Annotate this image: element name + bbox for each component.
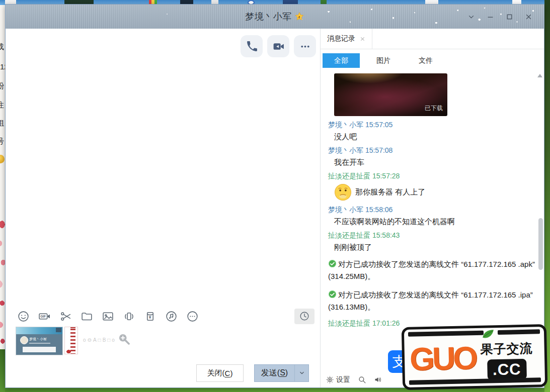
success-check-icon bbox=[328, 259, 337, 268]
sender-name: 梦境丶小军 bbox=[328, 206, 363, 214]
chevron-down-icon bbox=[298, 369, 305, 376]
gif-icon[interactable]: GIF bbox=[38, 310, 51, 323]
ellipsis-icon bbox=[299, 40, 311, 53]
svg-text:GIF: GIF bbox=[40, 315, 46, 318]
video-call-button[interactable] bbox=[267, 35, 289, 57]
window-title: 梦境丶小军 z bbox=[245, 11, 304, 23]
thumbnail-title: 梦境丶小军 bbox=[29, 337, 47, 342]
message-text: 那你服务器 有人上了 bbox=[355, 187, 425, 197]
filter-files[interactable]: 文件 bbox=[407, 53, 444, 68]
titlebar[interactable]: 梦境丶小军 z bbox=[6, 5, 544, 29]
timestamp: 15:57:08 bbox=[363, 146, 392, 154]
gear-icon bbox=[326, 375, 334, 384]
zoom-in-icon[interactable] bbox=[117, 332, 131, 348]
send-button[interactable]: 发送(S) bbox=[255, 365, 294, 381]
sender-name: 扯淡还是扯蛋 bbox=[328, 319, 370, 327]
message-file: 对方已成功接收了您发送的离线文件 “61.177.172.165 .apk” (… bbox=[328, 258, 536, 283]
message-input-area[interactable]: 梦境丶小军 o⊖A□B□o bbox=[6, 325, 320, 358]
worried-face-icon bbox=[334, 183, 352, 201]
clock-icon bbox=[299, 311, 310, 322]
music-icon[interactable] bbox=[165, 310, 178, 323]
chevron-down-icon[interactable] bbox=[461, 9, 481, 24]
watermark: GUO 果子交流 .CC bbox=[402, 324, 548, 390]
close-button[interactable]: 关闭(C) bbox=[196, 364, 244, 382]
close-window-button[interactable] bbox=[519, 9, 538, 24]
watermark-suffix-text: .CC bbox=[487, 359, 527, 380]
success-check-icon bbox=[328, 290, 337, 299]
more-tools-icon[interactable] bbox=[186, 310, 199, 323]
message-file: 对方已成功接收了您发送的离线文件 “61.177.172.165 .ipa” (… bbox=[328, 289, 536, 314]
watermark-brand-text: 果子交流 bbox=[480, 340, 533, 358]
timestamp: 17:01:26 bbox=[370, 319, 400, 327]
message-text: 没人吧 bbox=[328, 132, 536, 142]
message-meta: 扯淡还是扯蛋 15:58:43 bbox=[328, 231, 536, 240]
watermark-main-text: GUO bbox=[409, 336, 476, 382]
send-button-group: 发送(S) bbox=[254, 364, 309, 382]
scroll-up-arrow[interactable] bbox=[537, 74, 542, 77]
history-filters: 全部 图片 文件 bbox=[321, 49, 544, 71]
history-tabbar: 消息记录 bbox=[321, 29, 544, 49]
voice-call-button[interactable] bbox=[241, 35, 263, 57]
more-options-button[interactable] bbox=[294, 35, 316, 57]
file-receipt-text: 对方已成功接收了您发送的离线文件 “61.177.172.165 .ipa” (… bbox=[328, 290, 533, 311]
star-badge-icon: z bbox=[294, 12, 304, 22]
input-toolbar: GIF bbox=[6, 307, 320, 325]
sender-name: 扯淡还是扯蛋 bbox=[328, 172, 370, 180]
message-text: 我在开车 bbox=[328, 158, 536, 167]
timestamp: 15:57:05 bbox=[363, 121, 392, 129]
message-text: 刚刚被顶了 bbox=[328, 243, 536, 252]
sound-button[interactable] bbox=[374, 375, 382, 384]
send-options-dropdown[interactable] bbox=[294, 365, 308, 381]
desktop-icon-fragment bbox=[0, 155, 5, 163]
chat-message-area bbox=[6, 29, 320, 307]
image-icon[interactable] bbox=[102, 310, 114, 323]
attached-image-thumbnail[interactable]: 梦境丶小军 bbox=[16, 327, 63, 355]
folder-icon[interactable] bbox=[81, 310, 93, 323]
file-receipt-text: 对方已成功接收了您发送的离线文件 “61.177.172.165 .apk” (… bbox=[328, 260, 535, 280]
video-camera-icon bbox=[272, 40, 285, 53]
settings-button[interactable]: 设置 bbox=[326, 375, 350, 384]
message-meta: 扯淡还是扯蛋 15:57:28 bbox=[328, 172, 536, 181]
message-meta: 梦境丶小军 15:57:08 bbox=[328, 146, 536, 155]
search-button[interactable] bbox=[358, 375, 366, 384]
timestamp: 15:58:43 bbox=[370, 231, 400, 239]
svg-text:¥: ¥ bbox=[149, 315, 151, 320]
message-meta: 梦境丶小军 15:57:05 bbox=[328, 121, 536, 130]
scrollbar-thumb[interactable] bbox=[538, 218, 543, 270]
message-text: 不应该啊装网站的不知道这个机器啊 bbox=[328, 217, 536, 227]
sender-name: 梦境丶小军 bbox=[328, 146, 363, 154]
sender-name: 梦境丶小军 bbox=[328, 121, 363, 129]
image-status-label: 已下载 bbox=[425, 104, 443, 113]
filter-all[interactable]: 全部 bbox=[323, 53, 360, 68]
speaker-icon bbox=[374, 375, 382, 384]
image-edit-toolbar: o⊖A□B□o bbox=[83, 337, 116, 343]
timestamp: 15:57:28 bbox=[370, 172, 400, 180]
message-image[interactable]: 已下载 bbox=[334, 73, 447, 116]
chat-footer: 关闭(C) 发送(S) bbox=[6, 358, 320, 387]
red-packet-icon[interactable]: ¥ bbox=[144, 310, 156, 323]
minimize-button[interactable] bbox=[481, 9, 500, 24]
maximize-button[interactable] bbox=[500, 9, 519, 24]
message-emoji-text: 那你服务器 有人上了 bbox=[328, 183, 536, 201]
timestamp: 15:58:06 bbox=[363, 206, 392, 214]
attached-image-thumbnail[interactable] bbox=[64, 327, 78, 354]
svg-text:z: z bbox=[298, 15, 300, 19]
filter-images[interactable]: 图片 bbox=[365, 53, 402, 68]
phone-icon bbox=[246, 40, 258, 53]
tab-message-history[interactable]: 消息记录 bbox=[321, 29, 372, 49]
message-history-button[interactable] bbox=[294, 309, 315, 324]
chat-pane: GIF bbox=[6, 29, 320, 387]
emoji-icon[interactable] bbox=[17, 310, 30, 323]
close-tab-icon[interactable] bbox=[360, 36, 365, 42]
window-shake-icon[interactable] bbox=[123, 310, 135, 323]
message-meta: 梦境丶小军 15:58:06 bbox=[328, 206, 536, 215]
search-icon bbox=[358, 375, 366, 384]
screenshot-scissors-icon[interactable] bbox=[59, 310, 72, 323]
avatar bbox=[20, 336, 28, 344]
sender-name: 扯淡还是扯蛋 bbox=[328, 231, 370, 239]
screen: 载 12 粉 注 组 号 梦境丶小军 z bbox=[0, 0, 550, 392]
